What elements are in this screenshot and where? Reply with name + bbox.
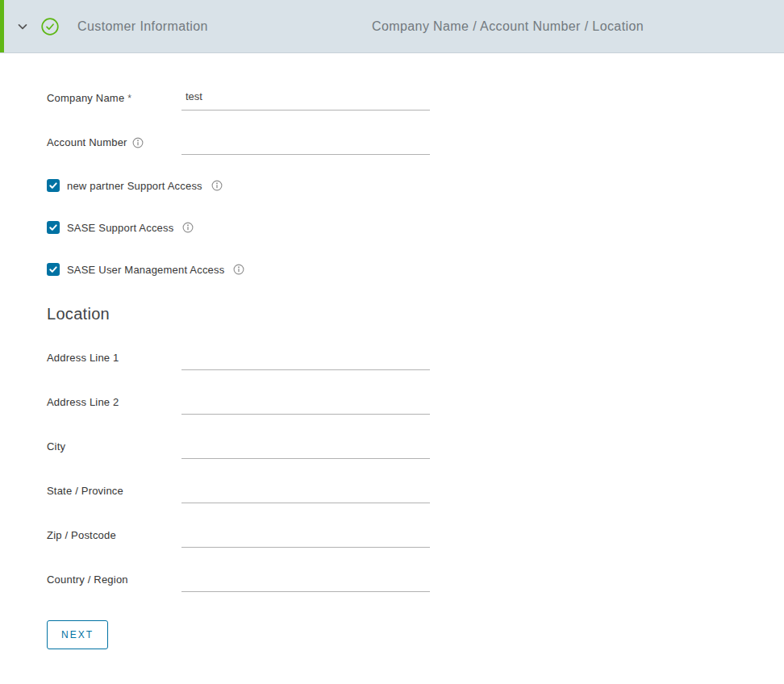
checkmark-icon xyxy=(48,265,58,274)
checked-checkbox[interactable] xyxy=(47,263,60,276)
support-access-checkboxes: new partner Support Access SASE Support … xyxy=(47,179,784,276)
country-region-input[interactable] xyxy=(181,572,430,592)
country-region-label: Country / Region xyxy=(47,572,181,588)
step-subtitle: Company Name / Account Number / Location xyxy=(372,19,644,34)
address-line-2-row: Address Line 2 xyxy=(47,394,784,415)
account-number-label-text: Account Number xyxy=(47,135,127,151)
active-step-indicator xyxy=(0,0,4,52)
company-name-row: Company Name * xyxy=(47,90,784,111)
required-marker: * xyxy=(127,90,131,106)
company-name-label: Company Name * xyxy=(47,90,181,106)
zip-postcode-row: Zip / Postcode xyxy=(47,528,784,548)
account-number-row: Account Number xyxy=(47,135,784,155)
checkmark-icon xyxy=(48,181,58,190)
address-line-1-input[interactable] xyxy=(181,350,430,370)
location-section-heading: Location xyxy=(47,305,784,323)
checkbox-label: SASE User Management Access xyxy=(67,264,224,276)
checked-checkbox[interactable] xyxy=(47,221,60,234)
checkbox-label: SASE Support Access xyxy=(67,222,173,234)
account-number-input[interactable] xyxy=(181,135,430,155)
account-number-label: Account Number xyxy=(47,135,181,151)
state-province-input[interactable] xyxy=(181,483,430,503)
checkbox-row-sase-user-management-access[interactable]: SASE User Management Access xyxy=(47,263,784,276)
checkbox-row-new-partner-support-access[interactable]: new partner Support Access xyxy=(47,179,784,192)
country-region-row: Country / Region xyxy=(47,572,784,592)
checkbox-row-sase-support-access[interactable]: SASE Support Access xyxy=(47,221,784,234)
zip-postcode-input[interactable] xyxy=(181,528,430,548)
step-header[interactable]: Customer Information Company Name / Acco… xyxy=(0,0,784,53)
address-line-1-row: Address Line 1 xyxy=(47,350,784,370)
next-button[interactable]: NEXT xyxy=(47,620,108,649)
address-line-2-input[interactable] xyxy=(181,394,430,415)
state-province-row: State / Province xyxy=(47,483,784,503)
customer-information-form: Company Name * Account Number xyxy=(0,53,784,649)
city-label: City xyxy=(47,439,181,455)
info-icon[interactable] xyxy=(211,180,223,191)
checkmark-icon xyxy=(48,223,58,232)
customer-information-step: Customer Information Company Name / Acco… xyxy=(0,0,784,649)
address-line-1-label: Address Line 1 xyxy=(47,350,181,366)
step-title: Customer Information xyxy=(77,19,208,34)
city-row: City xyxy=(47,439,784,459)
zip-postcode-label: Zip / Postcode xyxy=(47,528,181,544)
info-icon[interactable] xyxy=(233,264,244,275)
company-name-label-text: Company Name xyxy=(47,90,124,106)
checkbox-label: new partner Support Access xyxy=(67,180,202,192)
address-line-2-label: Address Line 2 xyxy=(47,394,181,411)
chevron-down-icon[interactable] xyxy=(17,21,28,32)
state-province-label: State / Province xyxy=(47,483,181,499)
checked-checkbox[interactable] xyxy=(47,179,60,192)
company-name-input[interactable] xyxy=(181,90,430,111)
info-icon[interactable] xyxy=(132,137,144,148)
city-input[interactable] xyxy=(181,439,430,459)
info-icon[interactable] xyxy=(182,222,194,233)
step-complete-check-circle-icon xyxy=(41,18,59,35)
